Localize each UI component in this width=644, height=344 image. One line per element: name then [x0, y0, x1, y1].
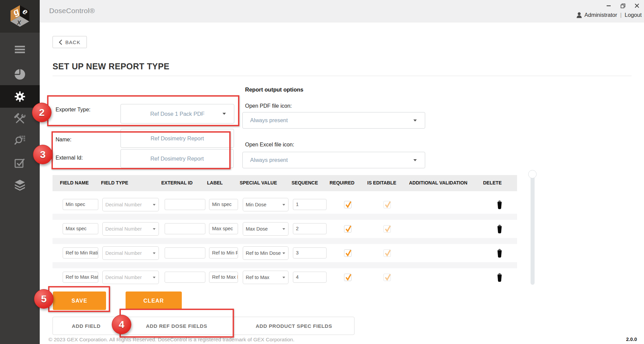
required-checkbox[interactable] — [344, 274, 351, 281]
field-name-input[interactable]: Ref to Min Ratio — [63, 247, 98, 259]
open-pdf-select[interactable]: Always present — [242, 112, 425, 129]
tab-add-field[interactable]: ADD FIELD — [53, 317, 120, 335]
sequence-input[interactable]: 4 — [293, 272, 327, 283]
check-icon — [345, 201, 352, 209]
table-scrollbar-track[interactable] — [531, 174, 535, 285]
gex-cube-icon: g e x — [4, 3, 36, 30]
check-icon — [384, 273, 392, 281]
field-type-select[interactable]: Decimal Number — [102, 246, 159, 260]
chevron-down-icon — [153, 252, 156, 254]
report-output-heading: Report output options — [245, 87, 303, 93]
open-excel-label: Open Excel file icon: — [245, 142, 294, 148]
field-type-select[interactable]: Decimal Number — [102, 271, 159, 284]
external-id-input[interactable] — [165, 247, 205, 259]
special-value-select[interactable]: Min Dose — [243, 198, 289, 211]
field-type-select[interactable]: Decimal Number — [102, 222, 159, 236]
trash-icon — [496, 273, 503, 282]
tab-add-ref-dose-fields[interactable]: ADD REF DOSE FIELDS — [120, 317, 234, 335]
field-type-value: Decimal Number — [105, 226, 142, 232]
top-bar: DoseControl® Administrator | Logout — [40, 0, 644, 23]
tasks-checkbox-icon — [14, 158, 25, 168]
search-data-icon — [14, 135, 25, 146]
table-scrollbar-knob[interactable] — [528, 170, 537, 178]
version-text: 2.0.0 — [626, 337, 637, 342]
chevron-down-icon — [413, 119, 417, 122]
field-type-value: Decimal Number — [105, 275, 142, 280]
row-divider — [53, 262, 517, 268]
chevron-down-icon — [282, 204, 285, 206]
row-divider — [53, 238, 517, 244]
field-name-input[interactable]: Max spec — [63, 223, 98, 234]
chevron-down-icon — [282, 277, 285, 278]
editable-checkbox[interactable] — [383, 201, 391, 208]
sidebar-item-menu[interactable] — [0, 39, 40, 60]
editable-checkbox[interactable] — [383, 274, 391, 281]
sequence-input[interactable]: 2 — [293, 223, 327, 234]
check-icon — [384, 249, 392, 257]
required-checkbox[interactable] — [344, 225, 351, 233]
required-checkbox[interactable] — [344, 201, 351, 208]
field-type-value: Decimal Number — [105, 250, 142, 256]
close-button[interactable] — [633, 2, 641, 9]
special-value-select[interactable]: Ref to Min Dose — [243, 246, 289, 260]
col-external-id: EXTERNAL ID — [161, 180, 193, 185]
special-value-select[interactable]: Ref to Max — [243, 271, 289, 284]
external-id-input[interactable] — [165, 272, 205, 283]
table-row: Max spec Decimal Number Max spec Max Dos… — [53, 220, 517, 238]
external-id-input[interactable] — [165, 199, 205, 210]
logout-link[interactable]: Logout — [625, 12, 642, 18]
label-input[interactable]: Min spec — [209, 199, 238, 210]
delete-row-button[interactable] — [496, 248, 503, 259]
sidebar-item-tools[interactable] — [0, 108, 40, 129]
sequence-input[interactable]: 1 — [293, 199, 327, 210]
save-button[interactable]: SAVE — [53, 291, 106, 310]
sequence-input[interactable]: 3 — [293, 247, 327, 259]
name-input[interactable]: Ref Dosimetry Report — [121, 129, 234, 148]
delete-row-button[interactable] — [496, 273, 503, 283]
special-value-text: Min Dose — [246, 202, 266, 207]
check-icon — [345, 249, 352, 257]
back-button[interactable]: BACK — [53, 36, 87, 48]
exporter-type-select[interactable]: Ref Dose 1 Pack PDF — [121, 104, 234, 124]
sidebar-item-layers[interactable] — [0, 175, 40, 196]
gex-logo[interactable]: g e x — [0, 0, 40, 33]
label-input[interactable]: Max spec — [209, 223, 238, 234]
delete-row-button[interactable] — [496, 200, 503, 210]
sidebar-item-tasks[interactable] — [0, 152, 40, 173]
required-checkbox[interactable] — [344, 249, 351, 257]
chevron-down-icon — [413, 159, 417, 161]
name-label: Name: — [56, 137, 71, 143]
col-label: LABEL — [207, 180, 223, 185]
delete-row-button[interactable] — [496, 224, 503, 235]
external-id-input[interactable] — [165, 223, 205, 234]
label-input[interactable]: Ref to Max Ratio — [209, 272, 238, 283]
sidebar-item-settings[interactable] — [0, 85, 40, 108]
sidebar-item-dashboard[interactable] — [0, 64, 40, 85]
editable-checkbox[interactable] — [383, 225, 391, 233]
open-excel-select[interactable]: Always present — [242, 152, 425, 168]
dashboard-pie-icon — [14, 69, 26, 80]
tab-add-product-spec-fields[interactable]: ADD PRODUCT SPEC FIELDS — [233, 317, 354, 335]
page-title: SET UP NEW REPORT TYPE — [53, 62, 169, 71]
editable-checkbox[interactable] — [383, 249, 391, 257]
clear-button[interactable]: CLEAR — [126, 291, 182, 310]
field-name-input[interactable]: Ref to Max Ratio — [63, 272, 98, 283]
open-pdf-value: Always present — [250, 117, 288, 124]
field-name-input[interactable]: Min spec — [63, 199, 98, 210]
restore-button[interactable] — [618, 2, 627, 9]
chevron-down-icon — [223, 113, 226, 115]
sidebar-item-search-data[interactable] — [0, 130, 40, 151]
close-icon — [635, 3, 639, 8]
external-id-input[interactable]: Ref Dosimetry Report — [121, 149, 234, 168]
minimize-button[interactable] — [604, 2, 613, 9]
field-type-select[interactable]: Decimal Number — [102, 198, 159, 211]
chevron-down-icon — [153, 204, 156, 206]
menu-icon — [14, 45, 25, 54]
label-input[interactable]: Ref to Min Ratio — [209, 247, 238, 259]
table-row: Ref to Max Ratio Decimal Number Ref to M… — [53, 268, 517, 286]
trash-icon — [496, 200, 503, 209]
app-title: DoseControl® — [49, 7, 95, 15]
field-type-value: Decimal Number — [105, 202, 142, 207]
restore-icon — [620, 3, 625, 8]
special-value-select[interactable]: Max Dose — [243, 222, 289, 236]
